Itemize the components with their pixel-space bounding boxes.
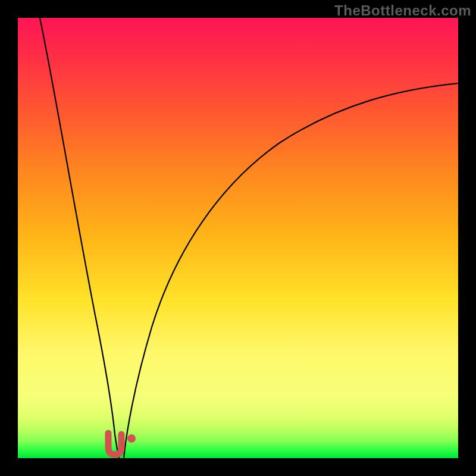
plot-area bbox=[18, 18, 458, 458]
chart-frame: TheBottleneck.com bbox=[0, 0, 476, 476]
marker-dot bbox=[127, 434, 136, 443]
watermark-text: TheBottleneck.com bbox=[334, 2, 471, 19]
curve-left-arm bbox=[40, 18, 119, 458]
curves-layer bbox=[18, 18, 458, 458]
curve-right-arm bbox=[124, 83, 458, 458]
